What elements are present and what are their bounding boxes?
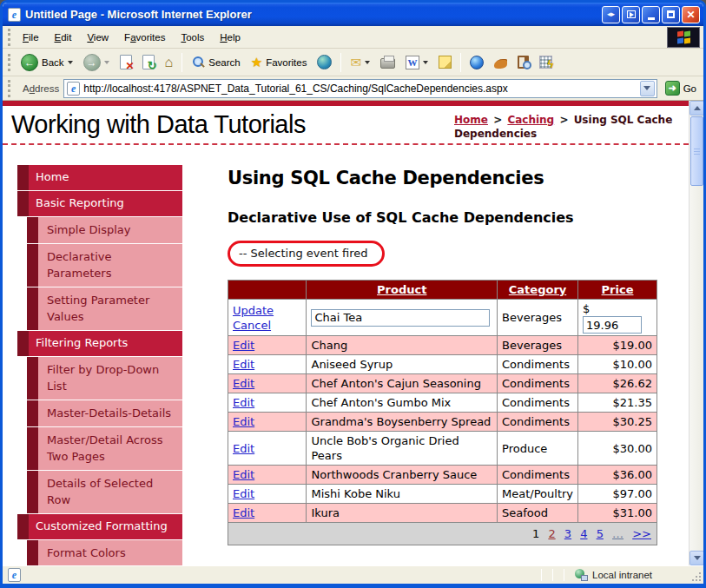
price-sort-link[interactable]: Price: [602, 283, 634, 296]
animal-icon: [494, 60, 507, 69]
edit-link[interactable]: Edit: [233, 506, 254, 519]
refresh-button[interactable]: ↻: [138, 52, 159, 72]
table-header-row: Product Category Price: [228, 281, 657, 300]
products-gridview: Product Category Price Update Cancel Bev…: [228, 280, 657, 545]
print-button[interactable]: [376, 53, 399, 71]
back-button[interactable]: ← Back: [16, 51, 77, 74]
edit-link[interactable]: Edit: [233, 339, 254, 352]
titlebar: e Untitled Page - Microsoft Internet Exp…: [3, 3, 703, 26]
resize-grip[interactable]: [691, 571, 702, 582]
search-button[interactable]: Search: [187, 53, 244, 72]
edit-link[interactable]: Edit: [233, 442, 254, 455]
address-label: Address: [19, 83, 59, 94]
edit-link[interactable]: Edit: [233, 358, 254, 371]
favorites-button[interactable]: ★ Favorites: [247, 53, 312, 71]
sidebar-item-customized-formatting[interactable]: Customized Formatting: [17, 513, 182, 539]
close-button[interactable]: ✕: [682, 6, 700, 23]
status-separator: [541, 569, 542, 581]
sidebar-item-home[interactable]: Home: [17, 165, 182, 190]
windows-flag-icon: [677, 30, 683, 36]
menu-tools[interactable]: Tools: [173, 29, 212, 46]
address-input[interactable]: e http://localhost:4178/ASPNET_Data_Tuto…: [63, 79, 657, 98]
scroll-down-button[interactable]: [690, 551, 704, 565]
menu-file[interactable]: File: [15, 29, 47, 46]
stop-button[interactable]: ✕: [115, 52, 136, 72]
breadcrumb-home-link[interactable]: Home: [454, 114, 488, 126]
toolbar-grip[interactable]: [8, 54, 11, 71]
nav-tab-marker: [17, 514, 29, 539]
edit-link[interactable]: Edit: [233, 415, 254, 428]
edit-with-word-button[interactable]: W: [401, 53, 432, 72]
sidebar-item-declarative-parameters[interactable]: Declarative Parameters: [27, 243, 182, 287]
window-arrows-button[interactable]: ◂▸: [602, 6, 620, 23]
favorites-star-icon: ★: [251, 56, 262, 69]
addon-bolt-button[interactable]: [535, 53, 557, 71]
research-button[interactable]: [513, 53, 533, 71]
pager-ellipsis[interactable]: …: [612, 527, 624, 540]
forward-button[interactable]: →: [79, 51, 114, 74]
sidebar-item-format-colors[interactable]: Format Colors: [27, 539, 182, 565]
edit-link[interactable]: Edit: [233, 487, 254, 500]
vertical-scrollbar[interactable]: [689, 101, 703, 565]
scroll-up-button[interactable]: [690, 101, 704, 116]
product-sort-link[interactable]: Product: [377, 283, 426, 296]
messenger-button[interactable]: [465, 53, 488, 72]
minimize-button[interactable]: [642, 6, 660, 23]
chevron-up-icon: [694, 106, 701, 110]
window-popout-button[interactable]: [622, 6, 640, 23]
status-separator: [564, 569, 564, 581]
stop-icon: ✕: [120, 55, 132, 69]
address-dropdown-button[interactable]: [640, 81, 655, 96]
pager-next[interactable]: >>: [632, 527, 651, 540]
home-button[interactable]: ⌂: [161, 53, 178, 72]
category-sort-link[interactable]: Category: [509, 283, 566, 296]
pager-page-2[interactable]: 2: [548, 527, 555, 540]
breadcrumb-caching-link[interactable]: Caching: [507, 114, 554, 126]
edit-link[interactable]: Edit: [233, 377, 254, 390]
menu-view[interactable]: View: [79, 29, 116, 46]
menu-edit[interactable]: Edit: [47, 29, 80, 46]
mail-button[interactable]: ✉: [346, 53, 374, 71]
sidebar-item-setting-parameter-values[interactable]: Setting Parameter Values: [27, 287, 182, 330]
toolbar-grip[interactable]: [8, 29, 11, 46]
toolbar-grip[interactable]: [8, 80, 11, 97]
notes-button[interactable]: [434, 53, 456, 71]
menu-favorites[interactable]: Favorites: [116, 29, 173, 46]
addon-animal-button[interactable]: [490, 54, 511, 71]
sidebar-item-filter-by-dropdown-list[interactable]: Filter by Drop-Down List: [27, 356, 182, 400]
statusbar: e Local intranet: [3, 565, 703, 584]
sidebar-item-details-of-selected-row[interactable]: Details of Selected Row: [27, 470, 182, 513]
favorites-label: Favorites: [266, 57, 307, 68]
sidebar-item-filtering-reports[interactable]: Filtering Reports: [17, 330, 182, 356]
pager-page-4[interactable]: 4: [580, 527, 587, 540]
menu-help[interactable]: Help: [212, 29, 248, 46]
price-input[interactable]: [583, 316, 642, 334]
category-cell: Beverages: [498, 300, 578, 336]
pager-page-3[interactable]: 3: [564, 527, 571, 540]
sidebar-item-basic-reporting[interactable]: Basic Reporting: [17, 190, 182, 216]
maximize-button[interactable]: [662, 6, 680, 23]
go-arrow-icon: ➜: [665, 81, 680, 96]
product-name-input[interactable]: [311, 309, 490, 327]
sidebar-item-master-details-details[interactable]: Master-Details-Details: [27, 400, 182, 426]
update-link[interactable]: Update: [233, 304, 274, 317]
table-row: Edit Chef Anton's Gumbo Mix Condiments $…: [228, 393, 657, 413]
nav-tab-marker: [17, 331, 29, 356]
sidebar-item-master-detail-across-two-pages[interactable]: Master/Detail Across Two Pages: [27, 426, 182, 470]
home-icon: ⌂: [165, 56, 174, 69]
box-arrow-icon: [627, 10, 636, 18]
edit-link[interactable]: Edit: [233, 396, 254, 409]
pager-page-5[interactable]: 5: [597, 527, 604, 540]
event-message: -- Selecting event fired: [239, 247, 368, 260]
go-button[interactable]: ➜ Go: [662, 79, 700, 97]
history-globe-icon: [317, 55, 332, 69]
book-search-icon: [518, 56, 529, 69]
sidebar-item-simple-display[interactable]: Simple Display: [27, 216, 182, 243]
edit-link[interactable]: Edit: [233, 468, 254, 481]
scrollbar-thumb[interactable]: [690, 116, 703, 186]
sidebar-nav: Home Basic Reporting Simple Display Decl…: [17, 165, 182, 565]
windows-logo-throbber: [667, 27, 700, 48]
history-button[interactable]: [313, 52, 336, 72]
cancel-link[interactable]: Cancel: [233, 319, 271, 332]
actions-column-header: [228, 281, 307, 300]
